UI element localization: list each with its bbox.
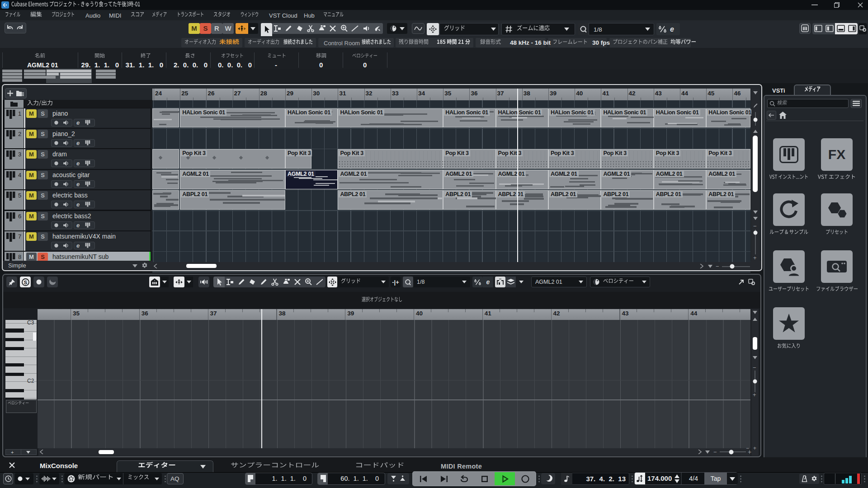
svg-text:S: S	[24, 279, 27, 285]
